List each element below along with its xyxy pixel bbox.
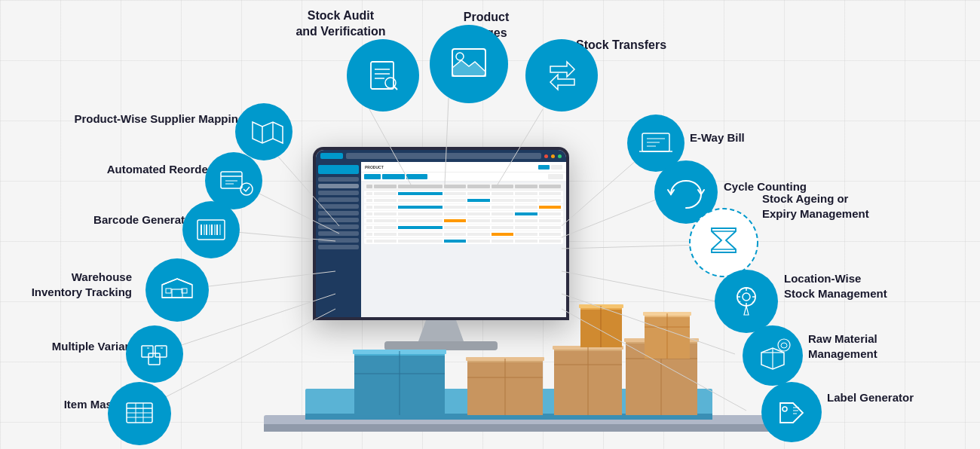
svg-rect-34: [166, 289, 171, 293]
svg-rect-22: [198, 220, 225, 240]
svg-point-15: [205, 152, 262, 209]
feature-barcode: Barcode Generator: [23, 212, 196, 228]
svg-line-6: [562, 143, 656, 226]
svg-rect-39: [149, 353, 160, 365]
svg-point-67: [690, 209, 758, 276]
automated-reorders-label: Automated Reorders: [107, 162, 219, 177]
feature-stock-transfers-label: Stock Transfers: [557, 38, 685, 53]
svg-point-58: [456, 53, 464, 60]
item-master-label: Item Master: [64, 397, 127, 412]
svg-rect-35: [182, 289, 187, 293]
svg-rect-16: [221, 172, 242, 188]
svg-rect-33: [172, 289, 182, 298]
feature-stock-ageing-label: Stock Ageing orExpiry Management: [762, 191, 869, 221]
svg-point-42: [108, 382, 171, 445]
svg-rect-57: [452, 49, 485, 76]
feature-product-supplier: Product-Wise Supplier Mapping: [34, 111, 245, 127]
svg-point-66: [654, 160, 718, 224]
feature-rawmat-label: Raw MaterialManagement: [808, 331, 877, 361]
svg-rect-38: [155, 346, 167, 357]
warehouse-label: WarehouseInventory Tracking: [32, 270, 132, 299]
svg-rect-37: [142, 346, 153, 357]
feature-eway-label: E-Way Bill: [690, 130, 745, 145]
product-supplier-label: Product-Wise Supplier Mapping: [74, 111, 245, 127]
feature-automated-reorders: Automated Reorders: [34, 162, 219, 177]
svg-line-8: [562, 245, 701, 249]
svg-point-49: [347, 39, 419, 111]
svg-point-20: [240, 183, 253, 195]
svg-point-31: [145, 258, 209, 322]
feature-stock-audit-label: Stock Auditand Verification: [269, 8, 412, 40]
svg-point-36: [126, 325, 183, 383]
warehouse-illustration: [264, 276, 792, 449]
svg-rect-61: [642, 133, 669, 151]
feature-location-label: Location-WiseStock Management: [784, 271, 887, 301]
feature-variants: Multiple Variants: [0, 339, 142, 354]
barcode-label: Barcode Generator: [93, 212, 196, 228]
feature-warehouse: WarehouseInventory Tracking: [0, 270, 132, 299]
feature-product-images-label: ProductImages: [422, 10, 550, 41]
svg-line-7: [562, 192, 675, 237]
feature-label-gen-label: Label Generator: [827, 390, 914, 405]
svg-point-21: [182, 201, 240, 258]
svg-rect-43: [127, 403, 152, 423]
feature-item-master: Item Master: [0, 397, 127, 412]
main-scene: Product-Wise Supplier Mapping Automated …: [0, 0, 980, 449]
variants-label: Multiple Variants: [52, 339, 142, 354]
svg-point-54: [385, 78, 396, 88]
svg-rect-50: [371, 62, 394, 89]
svg-rect-81: [264, 424, 792, 432]
svg-line-55: [394, 87, 397, 90]
svg-point-60: [627, 115, 684, 172]
